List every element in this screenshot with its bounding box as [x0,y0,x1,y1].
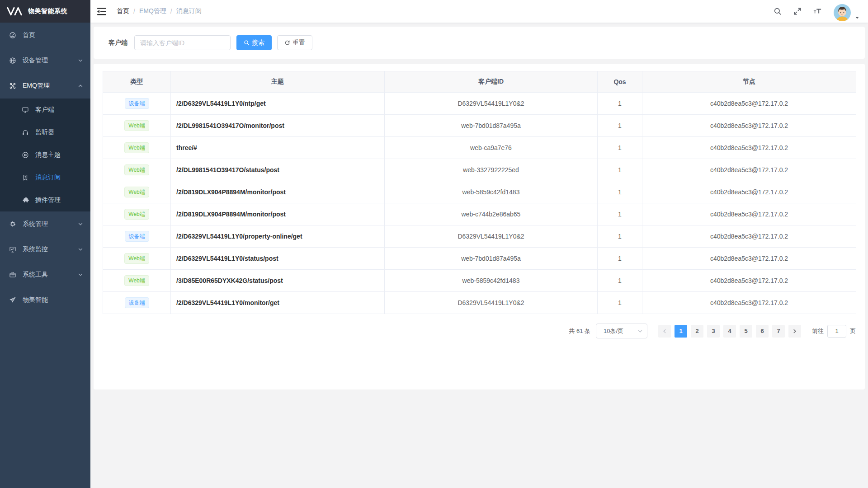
topic-cell: /3/D85E00R65DYXK42G/status/post [171,270,385,292]
sidebar-item-wumei-smart[interactable]: 物美智能 [0,287,90,313]
sidebar-item-label: 监听器 [35,128,87,136]
sidebar-toggle-button[interactable] [90,0,113,23]
node-cell: c40b2d8ea5c3@172.17.0.2 [642,115,856,137]
breadcrumb-separator: / [170,8,172,15]
search-icon[interactable] [774,7,782,15]
breadcrumb-separator: / [133,8,135,15]
client-id-input[interactable] [134,35,231,50]
paper-plane-icon [9,296,16,304]
topic-cell: /2/D6329VL54419L1Y0/ntp/get [171,93,385,115]
chevron-down-icon [637,328,643,334]
page-button-3[interactable]: 3 [707,325,720,338]
sidebar-item-device-mgmt[interactable]: 设备管理 [0,48,90,73]
sidebar-item-label: 消息订阅 [35,174,87,182]
sidebar-item-system-mgmt[interactable]: 系统管理 [0,211,90,237]
type-tag: Web端 [124,275,149,286]
page-size-select[interactable]: 10条/页 [596,324,647,338]
page-container: 客户端 搜索 重置 类型 主题 客户端ID [90,23,868,488]
avatar[interactable] [833,4,851,22]
table-header-row: 类型 主题 客户端ID Qos 节点 [103,71,856,93]
type-tag: Web端 [124,187,149,197]
node-cell: c40b2d8ea5c3@172.17.0.2 [642,181,856,203]
next-page-button[interactable] [788,325,801,338]
qos-cell: 1 [598,292,642,314]
node-cell: c40b2d8ea5c3@172.17.0.2 [642,203,856,225]
logo-icon [6,6,24,16]
sidebar-item-label: 物美智能 [23,296,87,304]
fullscreen-icon[interactable] [793,7,802,15]
sidebar-item-system-monitor[interactable]: 系统监控 [0,237,90,262]
sidebar-item-label: 消息主题 [35,151,87,159]
sidebar-item-emq-mgmt[interactable]: EMQ管理 [0,73,90,99]
type-tag: 设备端 [125,231,149,242]
qos-cell: 1 [598,203,642,225]
qos-cell: 1 [598,225,642,248]
sidebar-item-message-subscription[interactable]: 消息订阅 [0,166,90,189]
navbar-right [774,1,860,22]
font-size-icon[interactable] [813,7,821,15]
sidebar-item-plugin-mgmt[interactable]: 插件管理 [0,189,90,211]
page-button-4[interactable]: 4 [723,325,736,338]
sidebar-item-message-topic[interactable]: 消息主题 [0,144,90,166]
chevron-right-icon [792,328,797,334]
user-menu[interactable] [833,1,860,22]
client-id-cell: web-5859c42fd1483 [385,181,598,203]
type-tag: Web端 [124,209,149,220]
app-logo[interactable]: 物美智能系统 [0,0,90,23]
emq-submenu: 客户端 监听器 消息主题 消息订阅 [0,99,90,211]
page-button-5[interactable]: 5 [740,325,752,338]
topic-cell: /2/D6329VL54419L1Y0/status/post [171,248,385,270]
table-row: Web端 /2/DL9981541O39417O/status/post web… [103,159,856,181]
topic-cell: /2/D6329VL54419L1Y0/monitor/get [171,292,385,314]
topic-cell: /2/D819DLX904P8894M/monitor/post [171,203,385,225]
table-row: Web端 /2/D6329VL54419L1Y0/status/post web… [103,248,856,270]
reset-button[interactable]: 重置 [277,35,312,50]
page-button-7[interactable]: 7 [772,325,785,338]
client-id-cell: web-5859c42fd1483 [385,270,598,292]
total-count: 共 61 条 [569,327,590,335]
top-navbar: 首页 / EMQ管理 / 消息订阅 [90,0,868,23]
header-node: 节点 [642,71,856,93]
client-icon [22,106,29,113]
search-button[interactable]: 搜索 [236,35,272,50]
devices-icon [9,57,16,64]
breadcrumb-emq: EMQ管理 [139,7,166,15]
qos-cell: 1 [598,181,642,203]
sidebar-item-client[interactable]: 客户端 [0,99,90,121]
client-id-cell: web-7bd01d87a495a [385,115,598,137]
client-id-cell: web-c744b2e86ab65 [385,203,598,225]
goto-page-input[interactable] [827,325,846,338]
breadcrumb-home[interactable]: 首页 [117,7,129,15]
page-button-6[interactable]: 6 [756,325,769,338]
chevron-up-icon [78,83,83,89]
client-id-cell: web-7bd01d87a495a [385,248,598,270]
topic-cell: /2/DL9981541O39417O/monitor/post [171,115,385,137]
sidebar-item-home[interactable]: 首页 [0,23,90,48]
type-tag: Web端 [124,164,149,175]
sidebar-item-listener[interactable]: 监听器 [0,121,90,144]
search-icon [244,40,250,46]
gear-icon [9,221,16,228]
page-button-2[interactable]: 2 [691,325,703,338]
qos-cell: 1 [598,93,642,115]
sidebar-item-label: 首页 [23,31,87,39]
node-cell: c40b2d8ea5c3@172.17.0.2 [642,292,856,314]
breadcrumb: 首页 / EMQ管理 / 消息订阅 [117,7,202,15]
table-row: 设备端 /2/D6329VL54419L1Y0/monitor/get D632… [103,292,856,314]
client-id-cell: D6329VL54419L1Y0&2 [385,292,598,314]
prev-page-button[interactable] [658,325,671,338]
node-cell: c40b2d8ea5c3@172.17.0.2 [642,93,856,115]
client-id-cell: D6329VL54419L1Y0&2 [385,225,598,248]
topic-cell: /2/D819DLX904P8894M/monitor/post [171,181,385,203]
topic-cell: /2/D6329VL54419L1Y0/property-online/get [171,225,385,248]
page-button-1[interactable]: 1 [675,325,687,338]
pagination: 共 61 条 10条/页 1 2 3 4 5 6 [103,324,856,338]
type-tag: Web端 [124,120,149,131]
sidebar-item-system-tools[interactable]: 系统工具 [0,262,90,287]
chevron-down-icon [78,272,83,277]
search-button-label: 搜索 [252,39,264,47]
sidebar-menu: 首页 设备管理 EMQ管理 客户端 [0,23,90,313]
table-row: 设备端 /2/D6329VL54419L1Y0/ntp/get D6329VL5… [103,93,856,115]
qos-cell: 1 [598,270,642,292]
refresh-icon [284,40,290,46]
